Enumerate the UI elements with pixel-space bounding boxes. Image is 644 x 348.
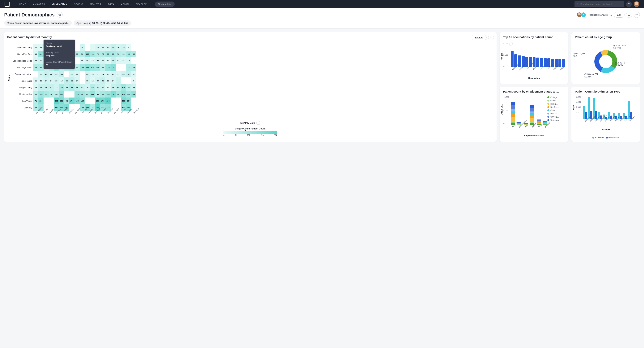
occupations-x-ticks: HomemakerComputerConstructionMilitarySer…: [511, 68, 565, 72]
employment-x-ticks: ContractLeave of ab...OtherRetiredTempor…: [511, 126, 565, 129]
search-data-button[interactable]: Search data: [155, 2, 174, 7]
sort-descending-icon[interactable]: ↓: [509, 42, 512, 46]
svg-point-5: [638, 15, 638, 15]
more-actions-button[interactable]: [634, 12, 640, 18]
top-nav: HOMEANSWERSLIVEBOARDSSPOTIQMONITORDATAAD…: [0, 0, 644, 8]
occupations-y-axis-label: Unique ...: [501, 51, 503, 60]
svg-line-1: [578, 5, 578, 5]
heatmap-y-ticks: Sonoma CountySanta Fe - TaosSan Francisc…: [10, 44, 33, 111]
donut-slice-label: c) 50-64 - 4,774(22.44%): [584, 73, 598, 78]
help-button[interactable]: ?: [626, 1, 632, 7]
card-title: Patient Count by Admission Type: [575, 90, 637, 93]
employment-legend: CollegeGrade ...High S...No Sch...OtherP…: [547, 96, 565, 125]
nav-item-home[interactable]: HOME: [16, 0, 30, 8]
card-age-group: Patient count by age group a) 18-29 - 2,…: [572, 32, 640, 84]
card-title: Top 15 occupations by patient count: [503, 35, 565, 39]
card-admission: Patient Count by Admission Type Unique .…: [572, 87, 640, 142]
nav-item-answers[interactable]: ANSWERS: [30, 0, 48, 8]
filter-chips: Marital Status common law, divorced, dom…: [4, 21, 640, 26]
heatmap-x-axis-label: Monthly Date ↑: [7, 121, 493, 125]
nav-item-data[interactable]: DATA: [105, 0, 118, 8]
donut-slice-label: b) 30-49 - 6,774(31.84%): [615, 62, 628, 67]
svg-point-0: [577, 3, 578, 5]
sort-ascending-icon[interactable]: ↑: [256, 121, 260, 125]
global-search[interactable]: [574, 1, 624, 7]
svg-point-6: [490, 37, 490, 38]
admission-x-ticks: Avrach Co...Bordonaro...Garden H...Lapli…: [583, 119, 637, 123]
nav-item-monitor[interactable]: MONITOR: [87, 0, 105, 8]
svg-point-8: [492, 37, 492, 38]
donut-chart: a) 18-29 - 2,491(11.71%)b) 30-49 - 6,774…: [575, 43, 637, 81]
admission-legend: admission readmission: [575, 136, 637, 139]
collaborator-label: Healthcare Analyst +1: [588, 13, 612, 16]
card-title: Patient count by age group: [575, 35, 637, 39]
content-grid: Patient count by district monthly Explor…: [0, 29, 644, 145]
donut-slice-label: d) 65+ - 7,233(3...): [573, 52, 585, 57]
share-button[interactable]: [626, 12, 632, 18]
heatmap-legend-bar: ▼: [224, 131, 277, 134]
occupations-x-axis-label: Occupation: [503, 77, 565, 79]
nav-item-develop[interactable]: DEVELOP: [132, 0, 150, 8]
employment-chart: 10,0005,0000: [511, 96, 547, 125]
employment-x-axis-label: Employment Status: [503, 134, 565, 137]
more-icon: [636, 14, 638, 15]
heatmap-tooltip: District: San Diego North Monthly Date: …: [44, 40, 75, 69]
nav-item-admin[interactable]: ADMIN: [118, 0, 132, 8]
user-avatar[interactable]: [634, 1, 640, 7]
more-icon: [490, 37, 492, 38]
nav-item-liveboards[interactable]: LIVEBOARDS: [48, 0, 71, 8]
card-more-button[interactable]: [488, 35, 494, 40]
svg-marker-2: [59, 14, 61, 16]
admission-y-axis-label: Unique ...: [572, 103, 575, 111]
employment-y-axis-label: Unique Co...: [501, 104, 503, 115]
svg-point-7: [491, 37, 492, 38]
card-title: Patient count by employment status an...: [503, 90, 565, 93]
svg-point-4: [636, 15, 637, 15]
occupations-y-ticks: 5,0002,5000: [504, 43, 508, 67]
heatmap-legend-title: Unique Count Patient Count: [7, 127, 493, 130]
heatmap-legend-ticks: 051102153204: [224, 134, 277, 136]
explore-button[interactable]: Explore: [472, 35, 487, 40]
global-search-input[interactable]: [580, 3, 622, 6]
card-heatmap: Patient count by district monthly Explor…: [4, 32, 496, 142]
donut-slice-label: a) 18-29 - 2,491(11.71%): [613, 44, 626, 49]
edit-button[interactable]: Edit: [614, 12, 624, 18]
search-icon: [576, 3, 579, 6]
nav-item-spotiq[interactable]: SPOTIQ: [71, 0, 87, 8]
card-employment: Patient count by employment status an...…: [500, 87, 568, 142]
filter-chip[interactable]: Marital Status common law, divorced, dom…: [4, 21, 72, 26]
heatmap-y-axis-label: District: [7, 74, 10, 81]
share-icon: [628, 13, 630, 16]
nav-items: HOMEANSWERSLIVEBOARDSSPOTIQMONITORDATAAD…: [16, 0, 150, 8]
star-icon: [58, 13, 61, 16]
admission-x-axis-label: Provider: [575, 128, 637, 131]
collaborator-avatar-2[interactable]: H: [581, 12, 586, 18]
page-header: Patient Demographics H Healthcare Analys…: [0, 8, 644, 29]
filter-chip[interactable]: Age Group a) 18-29, b) 30-49, c) 50-64, …: [74, 21, 131, 26]
page-title: Patient Demographics: [4, 12, 54, 18]
heatmap-x-ticks: Mar 2020May 2020Jul 2020Sep 2020Nov 2020…: [34, 111, 493, 115]
admission-y-ticks: 3,2002,4001,6008000: [576, 96, 581, 119]
logo[interactable]: [4, 2, 10, 7]
card-occupations: Top 15 occupations by patient count Uniq…: [500, 32, 568, 84]
employment-y-ticks: 10,0005,0000: [504, 96, 509, 125]
svg-point-3: [636, 15, 636, 15]
favorite-button[interactable]: [57, 12, 63, 18]
card-title: Patient count by district monthly: [7, 35, 493, 39]
